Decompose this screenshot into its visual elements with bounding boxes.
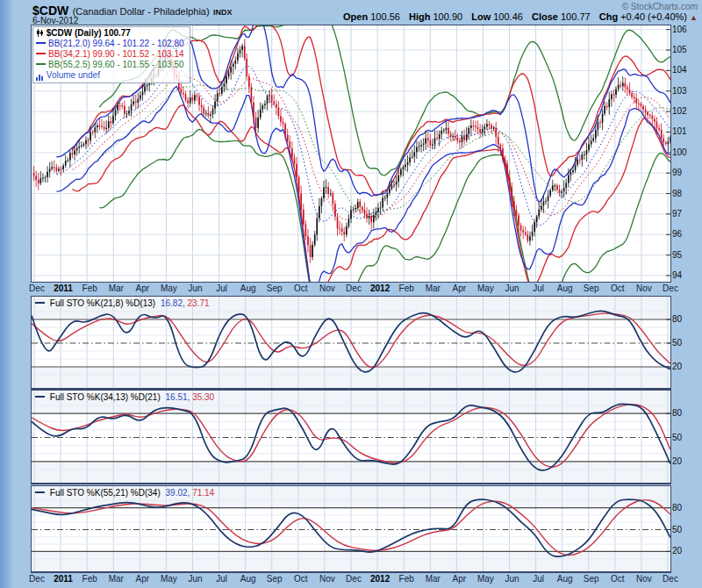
month-label: 2012 [370, 574, 390, 584]
month-label: Jun [505, 574, 519, 584]
month-label: May [477, 574, 494, 584]
stoch-panel-3 [31, 485, 671, 573]
close-value: 100.77 [561, 11, 591, 22]
stoch-tick-label: 20 [672, 456, 682, 466]
month-label: 2011 [54, 283, 73, 293]
stoch3-d-value: 71.14 [192, 488, 214, 498]
month-label: Sep [267, 574, 283, 584]
stoch2-label: Full STO %K(34,13) %D(21) 16.51, 35.30 [35, 392, 214, 402]
price-tick-label: 95 [672, 250, 682, 260]
stoch-tick-label: 80 [672, 408, 682, 418]
legend-symbol-text: $CDW (Daily) 100.77 [47, 28, 131, 38]
stoch2-k-value: 16.51, [166, 392, 190, 402]
month-label: Apr [453, 283, 467, 293]
month-label: Jun [188, 283, 202, 293]
stoch-k-line-icon [35, 396, 45, 398]
month-label: Jul [533, 283, 544, 293]
low-label: Low [471, 11, 491, 22]
month-label: Mar [426, 283, 441, 293]
month-label: Aug [557, 283, 573, 293]
price-tick-label: 105 [672, 45, 687, 54]
stoch-tick-label: 50 [672, 433, 682, 442]
month-label: Mar [109, 283, 124, 293]
month-label: Feb [399, 283, 414, 293]
month-label: Sep [584, 283, 599, 293]
stoch1-label: Full STO %K(21,8) %D(13) 16.82, 23.71 [35, 298, 210, 308]
stoch3-label: Full STO %K(55,21) %D(34) 39.02, 71.14 [35, 488, 214, 498]
copyright: © StockCharts.com [622, 2, 698, 11]
month-label: Aug [557, 574, 573, 584]
month-label: Oct [294, 283, 308, 293]
stoch-canvas-3 [32, 486, 670, 571]
stoch-panel-1 [31, 296, 671, 390]
symbol-name: (Canadian Dollar - Philadelphia) [73, 6, 210, 17]
legend-volume-text: Volume undef [47, 70, 100, 80]
month-label: Mar [109, 574, 124, 584]
legend-bb21-text: BB(21,2.0) 99.64 - 101.22 - 102.80 [48, 39, 184, 48]
month-label: Nov [636, 574, 652, 584]
legend-bb55-text: BB(55,2.5) 99.60 - 101.55 - 103.50 [48, 60, 184, 69]
quote-strip: Open 100.56 High 100.90 Low 100.46 Close… [337, 11, 698, 22]
month-label: Feb [399, 574, 414, 584]
stoch-k-line-icon [35, 491, 45, 493]
legend-bb34-text: BB(34,2.1) 99.90 - 101.52 - 103.14 [48, 49, 184, 59]
stoch-canvas-2 [32, 391, 670, 483]
month-label: Apr [136, 574, 150, 584]
volume-bars-icon [36, 70, 44, 80]
month-label: Oct [611, 574, 625, 584]
change-up-icon: ▲ [690, 13, 698, 22]
stoch-tick-label: 20 [672, 546, 682, 556]
stoch-tick-label: 20 [672, 362, 682, 371]
stoch1-label-text: Full STO %K(21,8) %D(13) [50, 298, 155, 308]
stoch-panel-2 [31, 390, 671, 484]
month-label: Nov [319, 283, 335, 293]
price-tick-label: 106 [672, 25, 687, 34]
price-tick-label: 99 [672, 168, 682, 177]
legend-bb34: BB(34,2.1) 99.90 - 101.52 - 103.14 [36, 49, 184, 60]
month-label: Dec [29, 283, 45, 293]
stoch2-d-value: 35.30 [192, 392, 214, 402]
bb55-line-icon [36, 63, 46, 65]
month-label: Feb [82, 283, 97, 293]
stoch-tick-label: 80 [672, 503, 682, 513]
chg-value: +0.40 (+0.40%) [620, 11, 687, 22]
month-axis-top: Dec2011FebMarAprMayJunJulAugSepOctNovDec… [0, 282, 702, 295]
stoch-canvas-1 [32, 297, 670, 388]
month-label: Dec [29, 574, 45, 584]
stoch3-k-value: 39.02, [166, 488, 190, 498]
candlestick-icon [36, 29, 44, 37]
month-label: Jun [505, 283, 519, 293]
month-label: Dec [663, 283, 678, 293]
stoch1-k-value: 16.82, [161, 298, 185, 308]
stockcharts-chart-page: $CDW (Canadian Dollar - Philadelphia) IN… [0, 0, 702, 588]
month-label: Sep [584, 574, 599, 584]
stoch-k-line-icon [35, 302, 45, 304]
month-axis-bottom: Dec2011FebMarAprMayJunJulAugSepOctNovDec… [0, 572, 702, 586]
month-label: Apr [453, 574, 467, 584]
month-label: Jul [533, 574, 544, 584]
month-label: May [161, 574, 177, 584]
price-tick-label: 94 [672, 270, 682, 280]
stoch3-label-text: Full STO %K(55,21) %D(34) [50, 488, 161, 498]
month-label: 2011 [54, 574, 73, 584]
month-label: Feb [82, 574, 97, 584]
month-label: Jun [188, 574, 202, 584]
month-label: Nov [319, 574, 335, 584]
month-label: May [161, 283, 177, 293]
month-label: May [477, 283, 494, 293]
open-value: 100.56 [370, 11, 400, 22]
month-label: Dec [346, 283, 362, 293]
stoch1-d-value: 23.71 [188, 298, 210, 308]
legend-bb55: BB(55,2.5) 99.60 - 101.55 - 103.50 [36, 60, 184, 70]
month-label: Oct [611, 283, 625, 293]
month-label: Apr [136, 283, 150, 293]
month-label: Aug [240, 574, 256, 584]
price-tick-label: 102 [672, 106, 687, 116]
month-label: Aug [240, 283, 256, 293]
month-label: Sep [267, 283, 283, 293]
stoch2-label-text: Full STO %K(34,13) %D(21) [50, 392, 161, 402]
month-label: Dec [663, 574, 678, 584]
legend-bb21: BB(21,2.0) 99.64 - 101.22 - 102.80 [36, 39, 184, 49]
chg-label: Chg [599, 11, 618, 22]
month-label: Oct [294, 574, 308, 584]
